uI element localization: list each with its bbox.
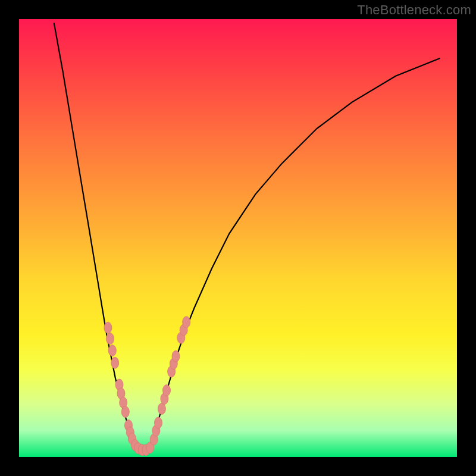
curve-marker bbox=[163, 385, 171, 396]
curve-marker bbox=[172, 350, 180, 362]
bottleneck-curve bbox=[54, 23, 440, 450]
chart-frame: TheBottleneck.com bbox=[0, 0, 476, 476]
curve-marker bbox=[108, 345, 116, 356]
curve-marker bbox=[111, 357, 119, 368]
marker-group bbox=[104, 317, 190, 456]
watermark-text: TheBottleneck.com bbox=[357, 2, 471, 18]
curve-marker bbox=[121, 406, 129, 418]
plot-area bbox=[19, 19, 457, 457]
curve-marker bbox=[107, 333, 114, 345]
curve-marker bbox=[155, 417, 162, 428]
curve-marker bbox=[183, 317, 190, 328]
curve-marker bbox=[158, 403, 165, 415]
curve-layer bbox=[19, 19, 457, 457]
curve-marker bbox=[104, 322, 112, 333]
